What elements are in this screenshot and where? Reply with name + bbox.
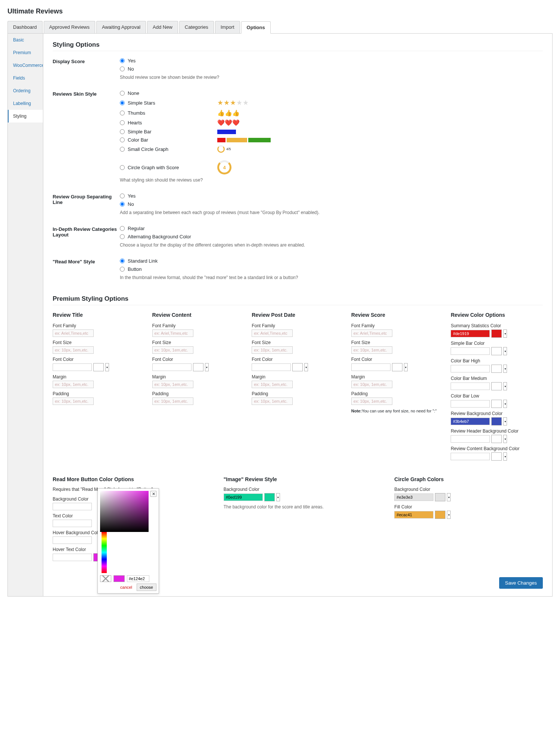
skin-colorbar[interactable] [120,137,125,142]
rm-hover-bg[interactable] [53,536,92,544]
dropdown-icon[interactable]: ▼ [503,452,507,461]
rm-hover-text[interactable] [53,554,92,561]
image-bg-color[interactable] [224,493,263,501]
swatch-icon[interactable] [491,417,502,425]
swatch-icon[interactable] [491,452,502,461]
sidebar-fields[interactable]: Fields [8,72,43,84]
dropdown-icon[interactable]: ▼ [404,363,408,371]
sidebar-styling[interactable]: Styling [8,110,43,123]
title-margin[interactable] [53,381,94,388]
dropdown-icon[interactable]: ▼ [503,365,507,373]
colorbar-med[interactable] [451,383,490,390]
dropdown-icon[interactable]: ▼ [503,417,507,425]
swatch-icon[interactable] [491,382,502,390]
swatch-icon[interactable] [491,365,502,373]
picker-hex-input[interactable] [127,575,149,582]
score-margin[interactable] [351,381,392,388]
title-font-family[interactable] [53,329,94,337]
save-button[interactable]: Save Changes [499,577,543,589]
sidebar-premium[interactable]: Premium [8,46,43,59]
tab-approved[interactable]: Approved Reviews [44,21,95,33]
dropdown-icon[interactable]: ▼ [276,493,280,501]
skin-none[interactable] [120,91,125,96]
postdate-font-size[interactable] [252,346,293,354]
content-font-size[interactable] [152,346,193,354]
tab-import[interactable]: Import [215,21,240,33]
tab-awaiting[interactable]: Awaiting Approval [96,21,146,33]
content-font-color[interactable] [152,363,192,371]
postdate-font-family[interactable] [252,329,293,337]
sidebar-woo[interactable]: WooCommerce [8,59,43,72]
swatch-icon[interactable] [491,435,502,443]
picker-cancel[interactable]: cancel [120,585,132,589]
header-bg-color[interactable] [451,435,490,443]
score-font-family[interactable] [351,329,392,337]
tab-dashboard[interactable]: Dashboard [7,21,43,33]
dropdown-icon[interactable]: ▼ [503,347,507,355]
skin-thumbs[interactable] [120,111,125,115]
colorbar-low[interactable] [451,400,490,408]
circle-bg-color[interactable] [394,493,433,501]
skin-simplebar[interactable] [120,129,125,134]
picker-gradient[interactable] [100,491,149,532]
sidebar-ordering[interactable]: Ordering [8,84,43,97]
skin-stars[interactable] [120,100,125,105]
sepline-no[interactable] [120,202,125,207]
skin-hearts[interactable] [120,120,125,125]
postdate-font-color[interactable] [252,363,291,371]
tab-categories[interactable]: Categories [179,21,214,33]
swatch-icon[interactable] [491,400,502,408]
dropdown-icon[interactable]: ▼ [503,382,507,390]
sidebar-basic[interactable]: Basic [8,34,43,46]
display-score-no[interactable] [120,66,125,71]
swatch-icon[interactable] [392,363,402,371]
dropdown-icon[interactable]: ▼ [304,363,308,371]
layout-alt[interactable] [120,234,125,239]
content-font-family[interactable] [152,329,193,337]
picker-hue[interactable] [102,532,107,573]
rm-bg-color[interactable] [53,503,92,510]
dropdown-icon[interactable]: ▼ [205,363,209,371]
swatch-icon[interactable] [435,511,445,519]
close-icon[interactable]: ✕ [150,491,156,497]
content-bg-color[interactable] [451,453,490,460]
score-padding[interactable] [351,397,392,405]
display-score-yes[interactable] [120,58,125,63]
score-font-size[interactable] [351,346,392,354]
dropdown-icon[interactable]: ▼ [503,329,507,338]
dropdown-icon[interactable]: ▼ [105,363,109,371]
dropdown-icon[interactable]: ▼ [503,400,507,408]
title-padding[interactable] [53,397,94,405]
postdate-margin[interactable] [252,381,293,388]
swatch-icon[interactable] [264,493,275,501]
skin-smallcircle[interactable] [120,147,125,152]
review-bg-color[interactable] [451,418,490,425]
swatch-icon[interactable] [93,363,104,371]
summary-color[interactable] [451,330,490,337]
skin-circlescore[interactable] [120,165,125,170]
rm-text-color[interactable] [53,520,92,527]
circle-fill-color[interactable] [394,511,433,519]
dropdown-icon[interactable]: ▼ [503,435,507,443]
tab-addnew[interactable]: Add New [147,21,178,33]
content-margin[interactable] [152,381,193,388]
picker-choose[interactable]: choose [137,584,156,591]
swatch-icon[interactable] [193,363,203,371]
sidebar-labelling[interactable]: Labelling [8,97,43,110]
swatch-icon[interactable] [292,363,303,371]
swatch-icon[interactable] [435,493,445,501]
colorbar-high[interactable] [451,365,490,372]
swatch-icon[interactable] [491,329,502,338]
postdate-padding[interactable] [252,397,293,405]
readmore-button[interactable] [120,267,125,272]
dropdown-icon[interactable]: ▼ [447,493,451,501]
dropdown-icon[interactable]: ▼ [447,511,451,519]
content-padding[interactable] [152,397,193,405]
simplebar-color[interactable] [451,347,490,355]
swatch-icon[interactable] [491,347,502,355]
title-font-color[interactable] [53,363,92,371]
score-font-color[interactable] [351,363,391,371]
tab-options[interactable]: Options [241,21,271,34]
readmore-link[interactable] [120,259,125,263]
title-font-size[interactable] [53,346,94,354]
